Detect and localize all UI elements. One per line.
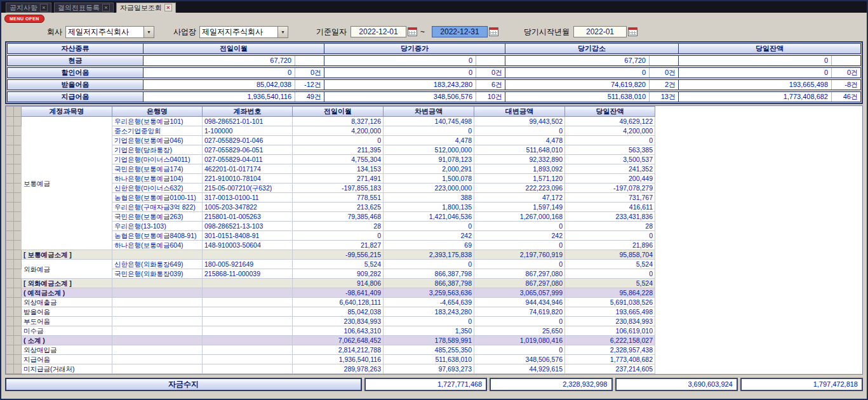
summary-row[interactable]: 할인어음00건00건00건00건: [7, 67, 861, 78]
row-selector-cell[interactable]: [14, 355, 22, 364]
row-selector-cell[interactable]: [14, 326, 22, 336]
detail-row[interactable]: 외상매입금2,814,212,788485,255,35002,328,957,…: [6, 345, 655, 355]
calendar-icon[interactable]: [408, 27, 417, 36]
row-selector-cell[interactable]: [14, 155, 22, 164]
row-selector-cell[interactable]: [14, 231, 22, 241]
detail-row[interactable]: 미지급금(거래처)289,978,26397,693,27344,929,615…: [6, 364, 655, 374]
tab-notice[interactable]: 공지사항 ×: [6, 3, 51, 13]
summary-header-today-balance[interactable]: 당일잔액: [679, 44, 860, 53]
row-selector-cell[interactable]: [6, 336, 14, 345]
row-selector-cell[interactable]: [6, 203, 14, 212]
row-selector-cell[interactable]: [14, 241, 22, 250]
row-selector-cell[interactable]: [6, 364, 14, 374]
row-selector-cell[interactable]: [6, 241, 14, 250]
row-selector-cell[interactable]: [14, 336, 22, 345]
detail-row[interactable]: 지급어음1,936,540,116511,638,010348,506,5761…: [6, 355, 655, 364]
row-selector-cell[interactable]: [6, 193, 14, 203]
row-selector-cell[interactable]: [6, 212, 14, 222]
detail-row[interactable]: ( 예적금소계 )-98,641,4093,259,563,6363,065,0…: [6, 288, 655, 298]
site-select[interactable]: 제일저지주식회사 ▼: [199, 26, 288, 38]
chevron-down-icon[interactable]: ▼: [144, 27, 154, 37]
row-selector-cell[interactable]: [14, 126, 22, 136]
row-selector-cell[interactable]: [6, 222, 14, 231]
row-selector-cell[interactable]: [14, 164, 22, 174]
row-selector-cell[interactable]: [6, 279, 14, 288]
detail-header-credit-amount[interactable]: 대변금액: [474, 107, 565, 117]
row-selector-cell[interactable]: [6, 345, 14, 355]
row-selector-cell[interactable]: [6, 126, 14, 136]
row-selector-cell[interactable]: [6, 250, 14, 260]
row-selector-cell[interactable]: [6, 269, 14, 279]
summary-header-period-decrease[interactable]: 당기감소: [505, 44, 679, 53]
tab-voucher-entry[interactable]: 결의전표등록 ×: [54, 3, 114, 13]
menu-open-button[interactable]: MENU OPEN: [4, 15, 44, 23]
tab-notice-close-icon[interactable]: ×: [40, 4, 48, 11]
row-selector-cell[interactable]: [6, 117, 14, 126]
row-selector-cell[interactable]: [14, 307, 22, 317]
calendar-icon[interactable]: [628, 27, 638, 36]
row-selector-cell[interactable]: [6, 355, 14, 364]
row-selector-cell[interactable]: [14, 279, 22, 288]
row-selector-cell[interactable]: [6, 326, 14, 336]
detail-row[interactable]: 외화예금신한은행(외화통장649)180-005-9216495,524005,…: [6, 260, 655, 269]
detail-header-account-number[interactable]: 계좌번호: [203, 107, 293, 117]
detail-row[interactable]: 미수금106,643,3101,35025,650106,619,010: [6, 326, 655, 336]
row-selector-cell[interactable]: [6, 317, 14, 326]
detail-row[interactable]: 부도어음230,834,99300230,834,993: [6, 317, 655, 326]
row-selector-cell[interactable]: [14, 345, 22, 355]
row-selector-cell[interactable]: [6, 307, 14, 317]
summary-row[interactable]: 지급어음1,936,540,11649건348,506,57610건511,63…: [7, 91, 861, 102]
row-selector-cell[interactable]: [14, 193, 22, 203]
row-selector-cell[interactable]: [14, 174, 22, 183]
row-selector-cell[interactable]: [14, 145, 22, 155]
detail-header-debit-amount[interactable]: 차변금액: [384, 107, 474, 117]
detail-header-bank-name[interactable]: 은행명: [112, 107, 203, 117]
base-date-from-input[interactable]: 2022-12-01: [351, 26, 406, 37]
row-selector-cell[interactable]: [14, 269, 22, 279]
row-selector-cell[interactable]: [6, 164, 14, 174]
summary-row[interactable]: 받을어음85,042,038-12건183,243,2806건74,619,82…: [7, 79, 861, 90]
detail-row[interactable]: ( 소계 )7,062,648,452178,589,9911,019,080,…: [6, 336, 655, 345]
row-selector-cell[interactable]: [14, 117, 22, 126]
row-selector-cell[interactable]: [14, 183, 22, 193]
tab-fund-daily-report-close-icon[interactable]: ×: [164, 4, 172, 11]
row-selector-cell[interactable]: [14, 212, 22, 222]
row-selector-cell[interactable]: [6, 145, 14, 155]
row-selector-cell[interactable]: [6, 298, 14, 307]
row-selector-cell[interactable]: [6, 183, 14, 193]
detail-row[interactable]: [ 보통예금소계 ]-99,556,2152,393,175,8382,197,…: [6, 250, 655, 260]
base-date-to-input[interactable]: 2022-12-31: [432, 26, 488, 37]
tab-voucher-entry-close-icon[interactable]: ×: [102, 4, 110, 11]
company-select[interactable]: 제일저지주식회사 ▼: [65, 26, 154, 38]
row-selector-cell[interactable]: [6, 136, 14, 145]
row-selector-cell[interactable]: [6, 260, 14, 269]
row-selector-cell[interactable]: [14, 317, 22, 326]
row-selector-cell[interactable]: [14, 136, 22, 145]
summary-header-period-increase[interactable]: 당기증가: [324, 44, 505, 53]
detail-header-prev-carryover[interactable]: 전일이월: [293, 107, 384, 117]
detail-row[interactable]: 보통예금우리은행(보통예금101)098-286521-01-1018,327,…: [6, 117, 655, 126]
row-selector-cell[interactable]: [14, 222, 22, 231]
row-selector-cell[interactable]: [14, 203, 22, 212]
row-selector-cell[interactable]: [6, 174, 14, 183]
row-selector-cell[interactable]: [6, 231, 14, 241]
detail-row[interactable]: [ 외화예금소계 ]914,806866,387,798867,297,0805…: [6, 279, 655, 288]
row-selector-cell[interactable]: [14, 260, 22, 269]
detail-row[interactable]: 받을어음85,042,038183,243,28074,619,820193,6…: [6, 307, 655, 317]
summary-row[interactable]: 현금67,720067,7200: [7, 55, 861, 66]
row-selector-cell[interactable]: [14, 288, 22, 298]
row-selector-cell[interactable]: [6, 155, 14, 164]
period-start-input[interactable]: 2022-01: [573, 26, 627, 37]
detail-row[interactable]: 외상매출금6,640,128,111-4,654,639944,434,9465…: [6, 298, 655, 307]
summary-header-prev-carryover[interactable]: 전일이월: [144, 44, 324, 53]
row-selector-cell[interactable]: [6, 288, 14, 298]
tab-fund-daily-report[interactable]: 자금일보조회 ×: [116, 3, 176, 13]
row-selector-cell[interactable]: [14, 364, 22, 374]
calendar-icon[interactable]: [489, 27, 498, 36]
detail-header-today-balance[interactable]: 당일잔액: [565, 107, 655, 117]
row-selector-cell[interactable]: [14, 250, 22, 260]
chevron-down-icon[interactable]: ▼: [277, 27, 288, 37]
detail-header-account-name[interactable]: 계정과목명: [22, 107, 112, 117]
summary-header-asset-type[interactable]: 자산종류: [8, 44, 144, 53]
row-selector-cell[interactable]: [14, 298, 22, 307]
